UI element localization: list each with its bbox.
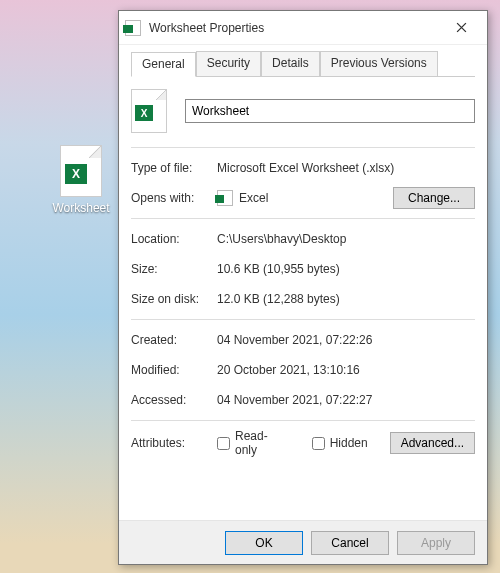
file-large-icon: X bbox=[131, 89, 167, 133]
dialog-title: Worksheet Properties bbox=[149, 21, 441, 35]
row-attributes: Attributes: Read-only Hidden Advanced... bbox=[131, 429, 475, 457]
row-type: Type of file: Microsoft Excel Worksheet … bbox=[131, 156, 475, 180]
value-created: 04 November 2021, 07:22:26 bbox=[217, 333, 475, 347]
value-accessed: 04 November 2021, 07:22:27 bbox=[217, 393, 475, 407]
dialog-footer: OK Cancel Apply bbox=[119, 520, 487, 564]
readonly-input[interactable] bbox=[217, 437, 230, 450]
properties-dialog: Worksheet Properties General Security De… bbox=[118, 10, 488, 565]
close-icon bbox=[456, 22, 467, 33]
file-header: X bbox=[131, 89, 475, 133]
excel-badge: X bbox=[65, 164, 87, 184]
value-opens-with: Excel Change... bbox=[217, 187, 475, 209]
close-button[interactable] bbox=[441, 14, 481, 42]
tab-details[interactable]: Details bbox=[261, 51, 320, 76]
label-modified: Modified: bbox=[131, 363, 217, 377]
ok-button[interactable]: OK bbox=[225, 531, 303, 555]
label-accessed: Accessed: bbox=[131, 393, 217, 407]
hidden-input[interactable] bbox=[312, 437, 325, 450]
excel-badge-icon: X bbox=[135, 105, 153, 121]
tab-general[interactable]: General bbox=[131, 52, 196, 77]
label-size-on-disk: Size on disk: bbox=[131, 292, 217, 306]
hidden-checkbox[interactable]: Hidden bbox=[312, 436, 368, 450]
apply-button[interactable]: Apply bbox=[397, 531, 475, 555]
label-attributes: Attributes: bbox=[131, 436, 217, 450]
separator bbox=[131, 420, 475, 421]
attributes-group: Read-only Hidden Advanced... bbox=[217, 429, 475, 457]
row-size: Size: 10.6 KB (10,955 bytes) bbox=[131, 257, 475, 281]
label-type: Type of file: bbox=[131, 161, 217, 175]
hidden-label: Hidden bbox=[330, 436, 368, 450]
readonly-label: Read-only bbox=[235, 429, 290, 457]
row-created: Created: 04 November 2021, 07:22:26 bbox=[131, 328, 475, 352]
tab-strip: General Security Details Previous Versio… bbox=[131, 51, 475, 77]
change-button[interactable]: Change... bbox=[393, 187, 475, 209]
row-size-on-disk: Size on disk: 12.0 KB (12,288 bytes) bbox=[131, 287, 475, 311]
value-size: 10.6 KB (10,955 bytes) bbox=[217, 262, 475, 276]
readonly-checkbox[interactable]: Read-only bbox=[217, 429, 290, 457]
row-opens-with: Opens with: Excel Change... bbox=[131, 186, 475, 210]
value-modified: 20 October 2021, 13:10:16 bbox=[217, 363, 475, 377]
value-type: Microsoft Excel Worksheet (.xlsx) bbox=[217, 161, 475, 175]
excel-app-icon bbox=[217, 190, 233, 206]
titlebar[interactable]: Worksheet Properties bbox=[119, 11, 487, 45]
label-opens-with: Opens with: bbox=[131, 191, 217, 205]
cancel-button[interactable]: Cancel bbox=[311, 531, 389, 555]
dialog-body: General Security Details Previous Versio… bbox=[119, 45, 487, 520]
row-accessed: Accessed: 04 November 2021, 07:22:27 bbox=[131, 388, 475, 412]
desktop-file-icon[interactable]: X Worksheet bbox=[45, 145, 117, 215]
excel-file-icon: X bbox=[60, 145, 102, 197]
label-size: Size: bbox=[131, 262, 217, 276]
label-created: Created: bbox=[131, 333, 217, 347]
desktop-file-label: Worksheet bbox=[45, 201, 117, 215]
row-location: Location: C:\Users\bhavy\Desktop bbox=[131, 227, 475, 251]
row-modified: Modified: 20 October 2021, 13:10:16 bbox=[131, 358, 475, 382]
tab-security[interactable]: Security bbox=[196, 51, 261, 76]
opens-with-text: Excel bbox=[239, 191, 268, 205]
label-location: Location: bbox=[131, 232, 217, 246]
separator bbox=[131, 147, 475, 148]
separator bbox=[131, 319, 475, 320]
tab-previous-versions[interactable]: Previous Versions bbox=[320, 51, 438, 76]
filename-input[interactable] bbox=[185, 99, 475, 123]
separator bbox=[131, 218, 475, 219]
value-size-on-disk: 12.0 KB (12,288 bytes) bbox=[217, 292, 475, 306]
advanced-button[interactable]: Advanced... bbox=[390, 432, 475, 454]
value-location: C:\Users\bhavy\Desktop bbox=[217, 232, 475, 246]
titlebar-excel-icon bbox=[125, 20, 141, 36]
